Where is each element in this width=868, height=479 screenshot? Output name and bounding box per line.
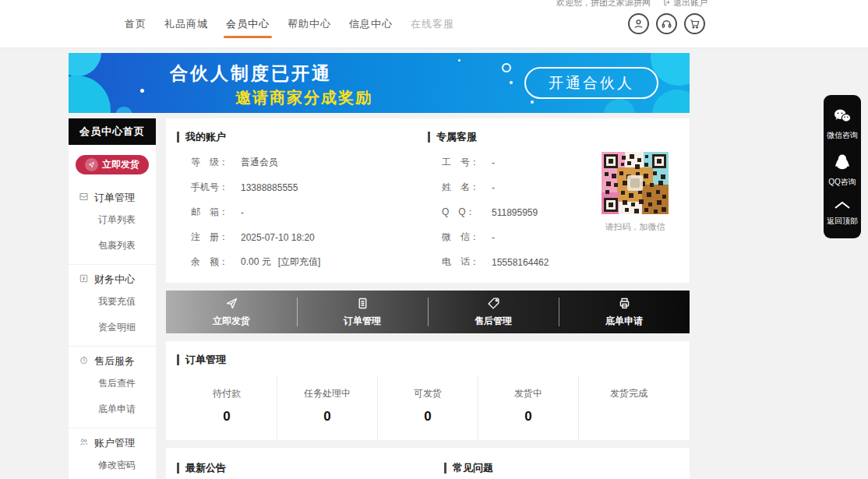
account-card: 我的账户 等 级： 普通会员 手机号： 13388885555 邮 箱： - — [166, 118, 690, 283]
toolbar-receipt-request[interactable]: 底单申请 — [559, 291, 690, 333]
nav-info-center[interactable]: 信息中心 — [349, 17, 393, 38]
headset-icon[interactable] — [656, 13, 677, 34]
row-label: Q Q： — [442, 206, 492, 219]
recharge-link[interactable]: [立即充值] — [278, 255, 321, 269]
banner-decor-dot — [458, 59, 460, 62]
back-to-top-button[interactable]: 返回顶部 — [827, 194, 858, 233]
order-stats-header: 订单管理 — [177, 353, 679, 367]
sidebar-section-finance-title[interactable]: 财务中心 — [69, 273, 156, 287]
cart-icon[interactable] — [684, 13, 705, 34]
toolbar-aftersale-management[interactable]: 售后管理 — [428, 291, 559, 333]
qr-code-image — [602, 152, 669, 214]
open-partner-button[interactable]: 开通合伙人 — [524, 67, 658, 99]
row-label: 工 号： — [442, 156, 492, 169]
stat-shipping[interactable]: 发货中 0 — [478, 375, 578, 440]
logout-label: 退出账户 — [673, 0, 707, 9]
row-value: - — [492, 232, 495, 243]
main-column: 我的账户 等 级： 普通会员 手机号： 13388885555 邮 箱： - — [166, 118, 690, 479]
row-value: 15558164462 — [492, 257, 549, 268]
row-label: 电 话： — [442, 255, 492, 269]
stat-task-processing[interactable]: 任务处理中 0 — [277, 375, 377, 440]
account-icon — [79, 437, 89, 449]
sidebar-item-change-password[interactable]: 修改密码 — [69, 453, 156, 478]
qr-caption: 请扫码，加微信 — [601, 221, 669, 233]
sidebar-home-header[interactable]: 会员中心首页 — [69, 118, 156, 145]
nav-help-center[interactable]: 帮助中心 — [288, 17, 331, 38]
toolbar-order-management[interactable]: 订单管理 — [297, 291, 428, 333]
stat-label: 发货完成 — [579, 387, 679, 400]
stat-ready-to-ship[interactable]: 可发货 0 — [377, 375, 478, 440]
toolbar-ship-now[interactable]: 立即发货 — [166, 291, 297, 333]
sidebar-item-recharge[interactable]: 我要充值 — [69, 289, 156, 315]
logout-button[interactable]: 退出账户 — [663, 0, 707, 9]
nav-online-service[interactable]: 在线客服 — [411, 17, 454, 38]
stat-pending-payment[interactable]: 待付款 0 — [177, 375, 277, 440]
section-bar — [444, 463, 446, 474]
main-nav: 首页 礼品商城 会员中心 帮助中心 信息中心 在线客服 — [125, 17, 454, 38]
printer-icon — [618, 297, 631, 312]
section-bar — [177, 132, 179, 143]
sidebar-item-package-list[interactable]: 包裹列表 — [69, 233, 156, 259]
sidebar-section-finance: 财务中心 我要充值 资金明细 — [69, 264, 156, 346]
user-icon[interactable] — [628, 13, 649, 34]
qq-icon — [834, 153, 850, 172]
order-stats-title: 订单管理 — [185, 353, 226, 367]
banner-decor-dot — [531, 100, 534, 104]
sidebar-section-orders: 订单管理 订单列表 包裹列表 — [69, 183, 156, 264]
banner-decor-blob — [69, 76, 111, 113]
faq-header: 常见问题 — [444, 461, 679, 475]
account-rows: 等 级： 普通会员 手机号： 13388885555 邮 箱： - 注 册： 2… — [191, 156, 428, 269]
section-label: 售后服务 — [94, 354, 135, 368]
stat-value — [579, 409, 679, 422]
qq-consult-button[interactable]: QQ咨询 — [828, 147, 856, 194]
banner-decor-blob — [115, 107, 132, 113]
section-bar — [428, 132, 430, 143]
announcements-panel: 最新公告 1. 新开通广州中通仓，欢迎下单体验优质... 2021-09-23 … — [177, 461, 411, 479]
sidebar-item-order-list[interactable]: 订单列表 — [69, 207, 156, 233]
banner-decor-dot — [140, 89, 144, 93]
order-stats-card: 订单管理 待付款 0 任务处理中 0 可发货 0 发货中 0 — [166, 341, 690, 440]
row-label: 等 级： — [191, 156, 241, 169]
stat-value: 0 — [378, 409, 478, 424]
sidebar-item-aftersale-check[interactable]: 售后查件 — [69, 371, 156, 396]
nav-gift-mall[interactable]: 礼品商城 — [164, 17, 208, 38]
account-row-email: 邮 箱： - — [191, 206, 428, 219]
stat-value: 0 — [478, 409, 578, 424]
sidebar-item-receipt-request[interactable]: 底单申请 — [69, 396, 156, 422]
welcome-bar: 欢迎您，拼团之家源拼网 退出账户 — [556, 0, 707, 9]
floating-contact-bar: 微信咨询 QQ咨询 返回顶部 — [824, 95, 861, 238]
tag-icon — [487, 297, 500, 312]
content-area: 会员中心首页 立即发货 订单管理 订单列表 包裹列表 财务中心 — [69, 118, 690, 479]
sidebar-section-account-title[interactable]: 账户管理 — [69, 436, 156, 450]
banner-subtitle: 邀请商家分成奖励 — [235, 87, 372, 108]
send-icon — [85, 158, 98, 171]
stat-label: 可发货 — [378, 387, 478, 400]
news-card: 最新公告 1. 新开通广州中通仓，欢迎下单体验优质... 2021-09-23 … — [166, 448, 690, 479]
row-value: 13388885555 — [241, 182, 298, 193]
row-value: 2025-07-10 18:20 — [241, 232, 315, 243]
my-account-title: 我的账户 — [185, 130, 226, 144]
ship-now-button[interactable]: 立即发货 — [76, 155, 149, 174]
row-label: 邮 箱： — [191, 206, 241, 219]
toolbar-label: 底单申请 — [605, 315, 643, 328]
row-label: 余 额： — [191, 255, 241, 269]
row-label: 手机号： — [191, 181, 241, 194]
sidebar-section-orders-title[interactable]: 订单管理 — [69, 191, 156, 205]
wechat-consult-button[interactable]: 微信咨询 — [827, 102, 858, 147]
top-header: 欢迎您，拼团之家源拼网 退出账户 首页 礼品商城 会员中心 帮助中心 信息中心 … — [0, 0, 868, 48]
sidebar-item-fund-details[interactable]: 资金明细 — [69, 315, 156, 340]
order-icon — [79, 192, 89, 204]
banner-decor-dot — [510, 81, 513, 84]
my-account-panel: 我的账户 等 级： 普通会员 手机号： 13388885555 邮 箱： - — [177, 130, 428, 269]
announcements-header: 最新公告 — [177, 461, 411, 475]
banner-decor-blob — [69, 53, 101, 76]
stat-shipped-complete[interactable]: 发货完成 — [578, 375, 679, 440]
nav-member-center[interactable]: 会员中心 — [226, 17, 270, 38]
nav-home[interactable]: 首页 — [125, 17, 146, 38]
sidebar-section-aftersale-title[interactable]: 售后服务 — [69, 354, 156, 368]
order-stats-row: 待付款 0 任务处理中 0 可发货 0 发货中 0 发货完成 — [177, 375, 679, 440]
quick-action-toolbar: 立即发货 订单管理 售后管理 底单申请 — [166, 291, 690, 333]
section-label: 账户管理 — [94, 436, 135, 450]
row-value: - — [492, 157, 495, 168]
announcements-title: 最新公告 — [185, 461, 226, 475]
